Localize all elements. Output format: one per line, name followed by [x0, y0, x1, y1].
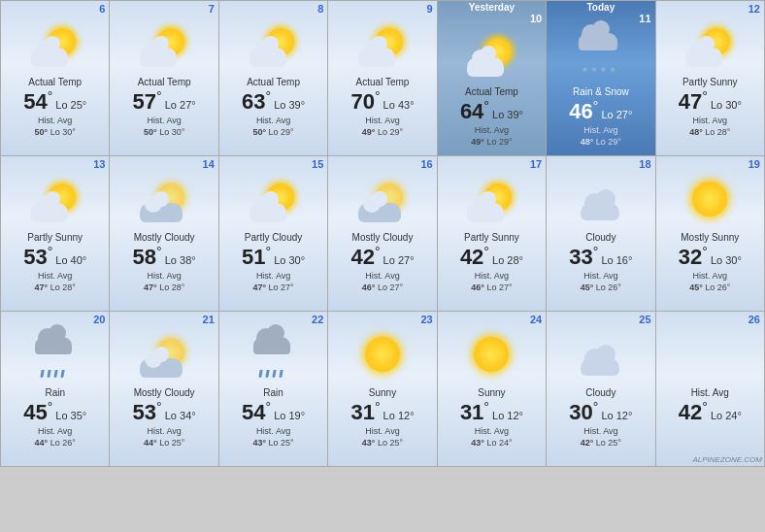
- temps-row: 45° Lo 35°: [20, 399, 89, 425]
- weather-icon: [358, 174, 407, 232]
- day-content: Mostly Cloudy 58° Lo 38° Hist. Avg47° Lo…: [110, 172, 217, 311]
- day-content: Partly Sunny 47° Lo 30° Hist. Avg48° Lo …: [656, 17, 764, 155]
- day-number: 12: [656, 1, 764, 17]
- temps-row: 51° Lo 30°: [239, 244, 308, 270]
- day-content: Actual Temp 64° Lo 39° Hist. Avg49° Lo 2…: [438, 26, 546, 155]
- temp-low: Lo 12°: [381, 410, 415, 421]
- day-cell-18: 18 Cloudy 33° Lo 16° Hist. Avg45° Lo 26°: [547, 156, 655, 312]
- weather-icon: [31, 329, 80, 387]
- temps-row: 42° Lo 28°: [457, 244, 526, 270]
- temp-low: Lo 30°: [271, 254, 305, 266]
- day-number: 7: [110, 1, 217, 17]
- day-number: 6: [1, 1, 109, 17]
- weather-icon: ****: [577, 28, 625, 86]
- condition: Mostly Cloudy: [132, 387, 197, 399]
- hist-avg: Hist. Avg46° Lo 27°: [469, 270, 514, 294]
- temp-low: Lo 25°: [52, 99, 86, 111]
- day-content: Partly Sunny 53° Lo 40° Hist. Avg47° Lo …: [1, 172, 109, 311]
- condition: Rain & Snow: [571, 86, 631, 98]
- day-number: 14: [110, 156, 217, 172]
- temp-high: 42°: [679, 399, 708, 425]
- day-number: 24: [438, 312, 546, 327]
- temp-high: 64°: [460, 98, 489, 124]
- temps-row: 58° Lo 38°: [130, 244, 199, 270]
- temp-low: Lo 39°: [489, 109, 523, 120]
- day-content: Mostly Sunny 32° Lo 30° Hist. Avg45° Lo …: [656, 172, 764, 311]
- day-number: 21: [110, 312, 217, 327]
- condition: Actual Temp: [245, 77, 302, 88]
- hist-avg: Hist. Avg44° Lo 26°: [33, 425, 78, 449]
- temps-row: 31° Lo 12°: [348, 399, 416, 425]
- weather-icon: [474, 329, 509, 387]
- temp-low: Lo 12°: [598, 410, 632, 421]
- condition: Partly Cloudy: [243, 232, 304, 244]
- temp-low: Lo 12°: [489, 410, 523, 421]
- condition: Sunny: [367, 387, 398, 399]
- weather-icon: [31, 174, 80, 232]
- day-cell-24: 24 Sunny 31° Lo 12° Hist. Avg43° Lo 24°: [438, 312, 547, 467]
- temp-high: 57°: [133, 88, 162, 115]
- day-number: 16: [328, 156, 436, 172]
- day-content: Cloudy 30° Lo 12° Hist. Avg42° Lo 25°: [547, 327, 654, 466]
- hist-avg: Hist. Avg43° Lo 25°: [250, 425, 295, 449]
- day-number: 17: [438, 156, 546, 172]
- day-cell-20: 20 Rain 45° Lo 35° Hist. Avg44° Lo 26°: [1, 312, 110, 467]
- day-content: Actual Temp 63° Lo 39° Hist. Avg50° Lo 2…: [219, 17, 327, 155]
- day-number: 15: [219, 156, 327, 172]
- weather-calendar: 6 Actual Temp 54° Lo 25° Hist. Avg50° Lo…: [0, 0, 765, 467]
- day-cell-26: 26 Hist. Avg 42° Lo 24° ALPINEZONE.COM: [656, 312, 765, 467]
- condition: Mostly Cloudy: [132, 232, 197, 244]
- day-content: Sunny 31° Lo 12° Hist. Avg43° Lo 24°: [438, 327, 546, 466]
- day-number: 8: [219, 1, 327, 17]
- weather-icon: [577, 174, 625, 232]
- day-content: Cloudy 33° Lo 16° Hist. Avg45° Lo 26°: [547, 172, 654, 311]
- hist-avg: Hist. Avg45° Lo 26°: [579, 270, 623, 294]
- temp-high: 33°: [569, 244, 598, 270]
- day-cell-22: 22 Rain 54° Lo 19° Hist. Avg43° Lo 25°: [219, 312, 328, 467]
- temp-high: 42°: [460, 244, 489, 270]
- day-cell-14: 14 Mostly Cloudy 58° Lo 38° Hist. Avg47°…: [110, 156, 218, 312]
- temp-low: Lo 28°: [489, 254, 523, 266]
- day-content: Mostly Cloudy 42° Lo 27° Hist. Avg46° Lo…: [328, 172, 436, 311]
- temp-low: Lo 30°: [708, 254, 742, 266]
- temps-row: 57° Lo 27°: [130, 88, 199, 115]
- weather-icon: [249, 174, 298, 232]
- day-cell-16: 16 Mostly Cloudy 42° Lo 27° Hist. Avg46°…: [328, 156, 437, 312]
- day-cell-7: 7 Actual Temp 57° Lo 27° Hist. Avg50° Lo…: [110, 1, 218, 156]
- day-cell-25: 25 Cloudy 30° Lo 12° Hist. Avg42° Lo 25°: [547, 312, 655, 467]
- hist-avg: Hist. Avg47° Lo 28°: [33, 270, 78, 294]
- condition: Mostly Cloudy: [350, 232, 416, 244]
- day-cell-9: 9 Actual Temp 70° Lo 43° Hist. Avg49° Lo…: [328, 1, 437, 156]
- weather-icon: [249, 18, 298, 77]
- today-label: Today: [547, 1, 654, 14]
- day-cell-19: 19 Mostly Sunny 32° Lo 30° Hist. Avg45° …: [656, 156, 765, 312]
- hist-avg: Hist. Avg50° Lo 30°: [33, 115, 78, 139]
- temps-row: 42° Lo 27°: [348, 244, 416, 270]
- condition: Cloudy: [583, 232, 617, 244]
- day-cell-11: Today 11 **** Rain & Snow 46° Lo 27° His…: [547, 1, 655, 156]
- temp-high: 32°: [679, 244, 708, 270]
- temp-low: Lo 39°: [271, 99, 305, 111]
- temp-high: 46°: [569, 98, 598, 124]
- day-content: Actual Temp 57° Lo 27° Hist. Avg50° Lo 3…: [110, 17, 217, 155]
- hist-avg: Hist. Avg42° Lo 25°: [579, 425, 623, 449]
- day-content: **** Rain & Snow 46° Lo 27° Hist. Avg48°…: [547, 26, 654, 155]
- weather-icon: [685, 18, 734, 77]
- day-cell-12: 12 Partly Sunny 47° Lo 30° Hist. Avg48° …: [656, 1, 765, 156]
- day-cell-23: 23 Sunny 31° Lo 12° Hist. Avg43° Lo 25°: [328, 312, 437, 467]
- weather-icon: [467, 28, 516, 86]
- day-content: Rain 45° Lo 35° Hist. Avg44° Lo 26°: [1, 327, 109, 466]
- day-cell-21: 21 Mostly Cloudy 53° Lo 34° Hist. Avg44°…: [110, 312, 218, 467]
- day-content: Mostly Cloudy 53° Lo 34° Hist. Avg44° Lo…: [110, 327, 217, 466]
- hist-avg: Hist. Avg50° Lo 29°: [250, 115, 295, 139]
- temps-row: 30° Lo 12°: [566, 399, 635, 425]
- temp-high: 54°: [242, 399, 271, 425]
- temp-high: 30°: [569, 399, 598, 425]
- yesterday-label: Yesterday: [438, 1, 546, 14]
- hist-avg: Hist. Avg48° Lo 29°: [579, 124, 623, 149]
- temps-row: 54° Lo 19°: [239, 399, 308, 425]
- watermark: ALPINEZONE.COM: [692, 455, 762, 464]
- temp-low: Lo 43°: [381, 99, 415, 111]
- day-cell-8: 8 Actual Temp 63° Lo 39° Hist. Avg50° Lo…: [219, 1, 328, 156]
- condition: Actual Temp: [136, 77, 193, 88]
